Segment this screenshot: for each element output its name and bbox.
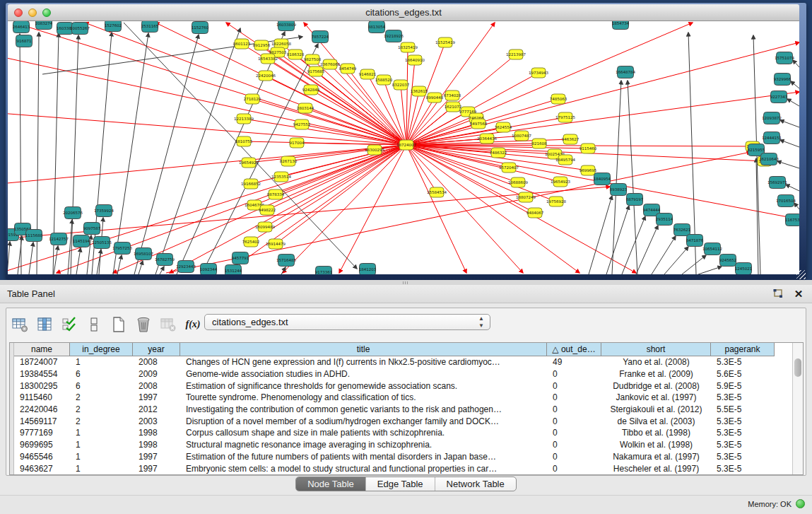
network-canvas[interactable]: 1872400718300295860112389129561822605898… [8,21,799,274]
graph-edge[interactable] [780,120,799,127]
delete-attribute-icon[interactable] [134,315,153,334]
graph-edge[interactable] [406,42,799,145]
graph-node-label: 1810755 [235,139,253,144]
graph-node-label: 15692971 [767,180,787,185]
column-header-title[interactable]: title [180,343,547,356]
graph-edge[interactable] [791,81,799,88]
show-column-icon[interactable] [35,315,54,334]
graph-edge[interactable] [139,261,143,274]
table-row[interactable]: 946362711997Embryonic stem cells: a mode… [14,462,775,474]
function-builder-icon[interactable]: f(x) [184,315,202,334]
graph-edge[interactable] [8,113,406,145]
graph-edge[interactable] [14,23,406,145]
column-header-pagerank[interactable]: pagerank [711,343,775,356]
graph-edge[interactable] [29,243,33,274]
graph-edge[interactable] [134,35,199,274]
cell: 5.3E-5 [711,416,775,426]
window-resize-grip[interactable] [796,270,806,279]
panel-splitter[interactable] [0,280,812,285]
table-row[interactable]: 946554611997Estimation of the future num… [14,451,775,463]
graph-edge[interactable] [406,91,419,145]
graph-node-label: 916871 [17,39,32,43]
graph-edge[interactable] [76,248,81,274]
graph-node-label: 8215955 [748,148,765,152]
graph-edge[interactable] [793,60,799,67]
column-header-name[interactable]: name [14,343,70,356]
tab-edge-table[interactable]: Edge Table [366,477,435,491]
graph-edge[interactable] [177,32,285,274]
table-row[interactable]: 977716911998Corpus callosum shape and si… [14,427,775,439]
graph-edge[interactable] [794,203,799,209]
table-row[interactable]: 1872400712008Changes of HCN gene express… [14,356,775,368]
graph-node-label: 16648784 [616,70,635,74]
table-select-dropdown[interactable]: citations_edges.txt ▲▼ [204,314,490,330]
graph-edge[interactable] [636,226,658,274]
graph-edge[interactable] [786,185,799,191]
column-header-short[interactable]: short [601,343,711,356]
select-rows-icon[interactable] [60,315,78,334]
cell: Corpus callosum shape and size in male p… [180,428,547,438]
graph-edge[interactable] [787,99,799,106]
window-titlebar[interactable]: citations_edges.txt [8,4,799,21]
graph-edge[interactable] [682,255,706,274]
minimize-window-icon[interactable] [28,8,37,17]
graph-edge[interactable] [406,145,636,273]
table-row[interactable]: 911546021997Tourette syndrome. Phenomeno… [14,392,775,404]
graph-edge[interactable] [406,118,476,145]
cell: 5.6E-5 [711,369,775,379]
graph-edge[interactable] [8,145,406,184]
graph-edge[interactable] [780,140,799,147]
graph-edge[interactable] [589,196,612,274]
graph-edge[interactable] [20,34,21,274]
graph-edge[interactable] [406,92,799,145]
close-window-icon[interactable] [14,8,23,17]
graph-node-label: 8878334 [267,192,285,197]
table-row[interactable]: 1456911722003Disruption of a novel membe… [14,415,775,427]
column-header-year[interactable]: year [133,343,180,356]
float-panel-icon[interactable] [771,288,784,300]
graph-edge[interactable] [54,246,58,274]
column-header-out_de[interactable]: △ out_de… [547,343,601,356]
table-panel-body: f(x) citations_edges.txt ▲▼ namein_degre… [6,308,806,476]
graph-edge[interactable] [698,267,722,274]
tab-network-table[interactable]: Network Table [435,477,516,491]
close-panel-icon[interactable]: ✕ [792,288,805,300]
new-table-icon[interactable] [110,315,128,334]
graph-edge[interactable] [8,242,10,274]
graph-edge[interactable] [406,145,437,192]
table-row[interactable]: 2242004622012Investigating the contribut… [14,404,775,416]
table-row[interactable]: 1938455462009Genome-wide association stu… [14,368,775,380]
graph-node-label: 12142757 [49,237,69,241]
graph-edge[interactable] [777,161,799,168]
cell: Stergiakouli et al. (2012) [601,404,711,414]
graph-edge[interactable] [612,81,621,274]
graph-edge[interactable] [266,76,406,145]
graph-edge[interactable] [117,255,122,274]
tab-node-table[interactable]: Node Table [296,477,366,491]
graph-edge[interactable] [252,99,406,145]
graph-edge[interactable] [622,216,645,274]
table-scrollbar[interactable] [792,343,803,474]
graph-edge[interactable] [160,267,164,274]
graph-node-label: 9457791 [232,256,249,260]
row-height-icon[interactable] [85,315,103,334]
graph-edge[interactable] [652,236,676,274]
cell: Investigating the contribution of common… [180,404,547,414]
table-row[interactable]: 1830029562008Estimation of significance … [14,380,775,392]
table-settings-icon[interactable] [11,315,29,334]
graph-node-label: 12923443 [176,264,196,269]
delete-table-icon[interactable] [159,315,177,334]
graph-edge[interactable] [113,33,148,274]
graph-edge[interactable] [155,28,240,274]
graph-node-label: 19166852 [241,182,261,186]
graph-node-label: 18724007 [396,143,416,147]
cell: Estimation of the future numbers of pati… [180,452,547,462]
table-row[interactable]: 969969511998Structural magnetic resonanc… [14,439,775,451]
graph-edge[interactable] [311,90,406,145]
zoom-window-icon[interactable] [42,8,51,17]
scrollbar-thumb[interactable] [794,358,801,377]
graph-edge[interactable] [606,206,629,274]
column-header-in_degree[interactable]: in_degree [70,343,133,356]
graph-edge[interactable] [664,247,688,274]
network-view-window[interactable]: citations_edges.txt 18724007183002958601… [6,3,806,280]
